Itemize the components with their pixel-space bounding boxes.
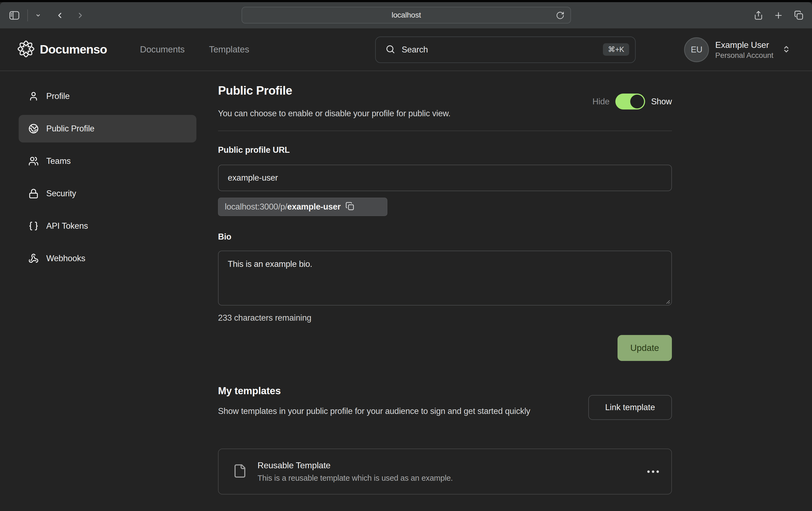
sidebar-item-security[interactable]: Security [19,180,196,207]
webhook-icon [28,253,39,264]
template-description: This is a reusable template which is use… [258,474,647,483]
page-body: Profile Public Profile Teams Security [0,72,812,511]
globe-icon [28,124,39,134]
brand[interactable]: Documenso [17,40,107,59]
ellipsis-icon[interactable] [647,471,659,473]
nav-documents[interactable]: Documents [140,44,185,55]
sidebar-item-label: Profile [46,91,69,101]
toggle-show-label: Show [651,97,672,107]
sidebar-item-label: Teams [46,156,70,166]
share-icon[interactable] [754,10,763,20]
visibility-toggle[interactable] [615,94,645,110]
bio-label: Bio [218,232,231,242]
my-templates-description: Show templates in your public profile fo… [218,404,580,418]
profile-url-label: Public profile URL [218,145,290,155]
sidebar-item-teams[interactable]: Teams [19,147,196,175]
sidebar-item-profile[interactable]: Profile [19,83,196,110]
search-shortcut-badge: ⌘+K [603,43,629,56]
toolbar-divider [27,9,28,21]
address-bar-url: localhost [392,11,421,20]
chevrons-up-down-icon [782,45,790,54]
my-templates-title: My templates [218,385,281,397]
browser-right-controls [754,2,804,28]
search-icon [385,44,395,55]
refresh-icon[interactable] [556,11,564,20]
braces-icon [28,221,39,231]
template-card[interactable]: Reusable Template This is a reusable tem… [218,449,672,494]
sidebar-item-label: Webhooks [46,253,85,263]
account-type: Personal Account [715,51,773,60]
profile-url-input[interactable] [218,164,672,191]
users-icon [28,156,39,166]
forward-icon[interactable] [76,11,85,20]
lock-icon [28,188,39,199]
sidebar-toggle-icon[interactable] [9,11,20,20]
sidebar-item-public-profile[interactable]: Public Profile [19,115,196,143]
nav-templates[interactable]: Templates [209,44,250,55]
bio-textarea[interactable]: This is an example bio. [218,251,672,305]
browser-left-controls [0,9,85,21]
copy-icon[interactable] [345,202,355,212]
profile-url-preview[interactable]: localhost:3000/p/example-user [218,198,387,216]
link-template-button[interactable]: Link template [588,395,672,420]
user-icon [28,91,39,101]
account-name: Example User [715,39,773,51]
window-top-edge [0,0,812,2]
main-content: Public Profile Hide Show You can choose … [218,72,672,511]
sidebar-item-label: Public Profile [46,124,94,133]
page-description: You can choose to enable or disable your… [218,109,451,118]
profile-url-preview-text: localhost:3000/p/example-user [225,202,341,212]
template-name: Reusable Template [258,460,647,471]
toggle-knob [630,95,644,109]
app-header: Documenso Documents Templates Search ⌘+K… [0,28,812,71]
sidebar-item-label: Security [46,189,76,199]
search-placeholder: Search [402,45,428,55]
search-bar[interactable]: Search ⌘+K [375,36,636,63]
toggle-hide-label: Hide [592,97,609,107]
page-title: Public Profile [218,84,292,97]
account-menu[interactable]: EU Example User Personal Account [684,28,790,71]
screen: localhost Documenso [0,0,812,511]
template-meta: Reusable Template This is a reusable tem… [258,460,647,483]
tabs-overview-icon[interactable] [793,10,804,21]
new-tab-icon[interactable] [774,10,783,20]
characters-remaining: 233 characters remaining [218,313,311,323]
sidebar-item-webhooks[interactable]: Webhooks [19,245,196,272]
section-divider [218,130,672,131]
visibility-toggle-group: Hide Show [592,94,672,110]
brand-name: Documenso [40,42,107,57]
chevron-down-icon[interactable] [35,13,41,18]
top-nav: Documents Templates [140,44,250,55]
settings-sidebar: Profile Public Profile Teams Security [19,83,196,272]
update-button[interactable]: Update [617,335,672,361]
address-bar[interactable]: localhost [241,7,571,24]
sidebar-item-label: API Tokens [46,221,88,231]
avatar: EU [684,37,709,62]
file-icon [233,464,247,479]
documenso-logo-icon [17,40,35,59]
back-icon[interactable] [55,11,64,20]
browser-toolbar: localhost [0,2,812,28]
sidebar-item-api-tokens[interactable]: API Tokens [19,212,196,240]
account-info: Example User Personal Account [715,39,773,60]
